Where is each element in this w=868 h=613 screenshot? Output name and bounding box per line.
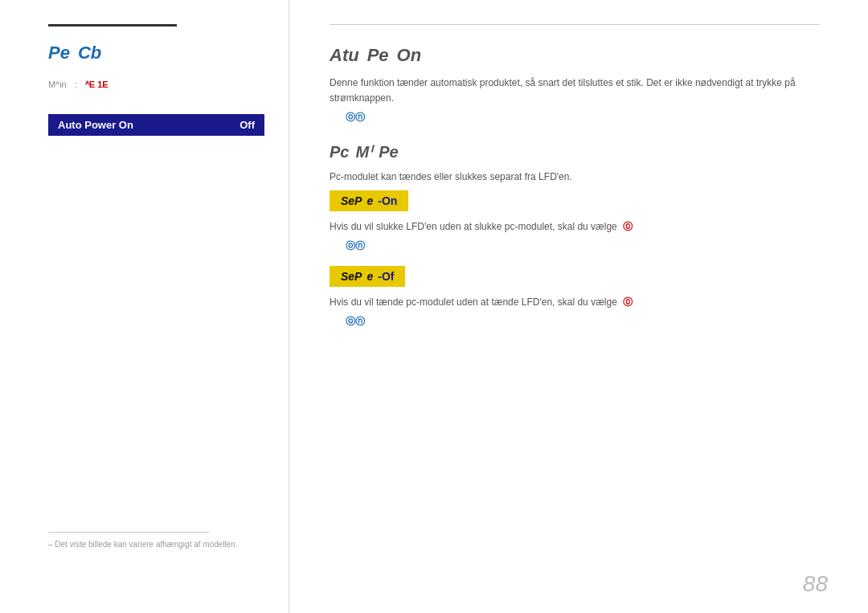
title-word1: Atu bbox=[330, 45, 359, 66]
main-description: Denne funktion tænder automatisk produkt… bbox=[330, 76, 820, 106]
content-top-line bbox=[330, 24, 820, 25]
sub-desc3-text: Hvis du vil tænde pc-modulet uden at tæn… bbox=[330, 296, 617, 308]
title-word3: On bbox=[397, 45, 422, 66]
bullet-2: ⓞⓝ bbox=[346, 239, 820, 253]
box2-value: -Of bbox=[378, 270, 394, 283]
box1-value: -On bbox=[378, 194, 397, 207]
title-word2: Pe bbox=[367, 45, 389, 66]
nav-separator: : bbox=[75, 80, 77, 90]
sidebar-footnote: – Det viste billede kan variere afhængig… bbox=[48, 540, 238, 549]
box2-word: SeP bbox=[341, 270, 362, 283]
sub-desc2-marker: ⓪ bbox=[623, 221, 633, 232]
sub-section-desc: Pc-modulet kan tændes eller slukkes sepa… bbox=[330, 170, 820, 185]
sidebar-title: Pe Cb bbox=[48, 43, 264, 63]
sidebar-title-word2: Cb bbox=[78, 43, 101, 63]
nav-current: ᴬE 1E bbox=[85, 80, 108, 90]
nav-prefix: Mᴬin bbox=[48, 80, 67, 90]
sidebar-footer-line bbox=[48, 532, 209, 533]
box1-middle: e bbox=[366, 194, 373, 207]
sub-desc2: Hvis du vil slukke LFD'en uden at slukke… bbox=[330, 219, 820, 235]
highlighted-box-off: SeP e -Of bbox=[330, 266, 405, 287]
sidebar: Pe Cb Mᴬin : ᴬE 1E Auto Power On Off – D… bbox=[0, 0, 289, 613]
menu-item-value: Off bbox=[240, 119, 255, 131]
sub-section-pc-module: Pc Mᴵ Pe Pc-modulet kan tændes eller slu… bbox=[330, 142, 820, 329]
menu-item-auto-power-on[interactable]: Auto Power On Off bbox=[48, 114, 264, 136]
sub-title-word2: Mᴵ bbox=[355, 142, 372, 161]
sidebar-top-line bbox=[48, 24, 177, 27]
highlighted-box-on: SeP e -On bbox=[330, 190, 408, 211]
sub-section-title: Pc Mᴵ Pe bbox=[330, 142, 820, 161]
sub-title-word3: Pe bbox=[379, 143, 398, 161]
sidebar-title-word1: Pe bbox=[48, 43, 70, 63]
bullet-3: ⓞⓝ bbox=[346, 315, 820, 329]
sidebar-nav-label: Mᴬin : ᴬE 1E bbox=[48, 80, 264, 90]
main-section-title: Atu Pe On bbox=[330, 45, 820, 66]
box1-word: SeP bbox=[341, 194, 362, 207]
content-area: Atu Pe On Denne funktion tænder automati… bbox=[289, 0, 868, 613]
bullet-1: ⓞⓝ bbox=[346, 111, 820, 125]
menu-item-label: Auto Power On bbox=[58, 119, 133, 131]
page-number: 88 bbox=[803, 571, 828, 597]
sub-title-word1: Pc bbox=[330, 143, 349, 161]
sub-desc3: Hvis du vil tænde pc-modulet uden at tæn… bbox=[330, 295, 820, 310]
sub-desc3-marker: ⓪ bbox=[623, 296, 633, 308]
sub-desc2-text: Hvis du vil slukke LFD'en uden at slukke… bbox=[330, 221, 617, 232]
page-container: Pe Cb Mᴬin : ᴬE 1E Auto Power On Off – D… bbox=[0, 0, 868, 613]
box2-middle: e bbox=[366, 270, 373, 283]
